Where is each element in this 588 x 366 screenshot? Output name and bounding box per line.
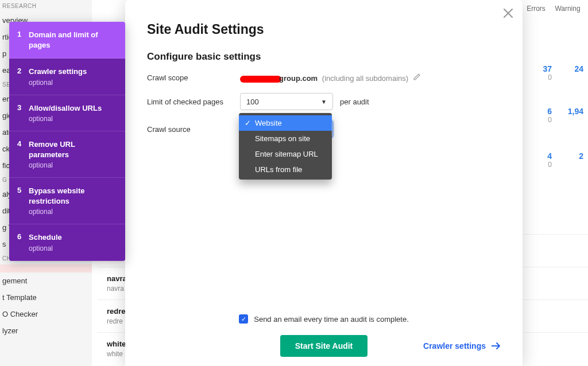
wizard-step-3[interactable]: 3 Allow/disallow URLsoptional: [9, 95, 125, 132]
limit-row: Limit of checked pages 100 ▼ per audit: [147, 93, 501, 110]
wizard-step-4[interactable]: 4 Remove URL parametersoptional: [9, 131, 125, 178]
crawl-source-label: Crawl source: [147, 125, 240, 134]
email-notify-row: ✓ Send an email every time an audit is c…: [147, 314, 501, 324]
bg-metrics-row: 370 24: [520, 64, 583, 81]
bg-section-label: RESEARCH: [0, 0, 92, 12]
email-notify-label: Send an email every time an audit is com…: [254, 315, 409, 324]
chevron-down-icon: ▼: [321, 99, 327, 105]
edit-scope-button[interactable]: [413, 74, 421, 83]
bg-nav-item: t Template: [0, 289, 92, 306]
redacted-domain-prefix: [240, 76, 281, 83]
bg-nav-item: [0, 264, 92, 272]
bg-table-headers: Errors Warning: [520, 3, 583, 14]
modal-footer: ✓ Send an email every time an audit is c…: [147, 314, 501, 357]
wizard-step-6[interactable]: 6 Scheduleoptional: [9, 224, 125, 261]
bg-metrics-row: 40 2: [520, 151, 583, 169]
modal-title: Site Audit Settings: [147, 22, 501, 37]
pencil-icon: [413, 73, 421, 81]
bg-nav-item: O Checker: [0, 306, 92, 322]
modal-subtitle: Configure basic settings: [147, 51, 501, 63]
dropdown-option-website[interactable]: Website: [239, 115, 332, 131]
crawl-scope-row: Crawl scope group.com (including all sub…: [147, 73, 501, 83]
wizard-step-5[interactable]: 5 Bypass website restrictionsoptional: [9, 178, 125, 224]
arrow-right-icon: [492, 342, 501, 349]
bg-nav-item: gement: [0, 272, 92, 289]
dropdown-option-enter-sitemap[interactable]: Enter sitemap URL: [239, 146, 332, 162]
dropdown-option-urls-file[interactable]: URLs from file: [239, 162, 332, 177]
per-audit-text: per audit: [340, 98, 369, 106]
wizard-step-1[interactable]: 1 Domain and limit of pages: [9, 22, 125, 59]
crawl-scope-value: group.com (including all subdomains): [240, 73, 421, 83]
limit-label: Limit of checked pages: [147, 98, 240, 106]
email-notify-checkbox[interactable]: ✓: [239, 314, 248, 324]
start-site-audit-button[interactable]: Start Site Audit: [280, 335, 368, 357]
crawl-source-dropdown: Website Sitemaps on site Enter sitemap U…: [239, 113, 332, 180]
bg-nav-item: lyzer: [0, 322, 92, 339]
crawl-scope-label: Crawl scope: [147, 73, 240, 82]
limit-select[interactable]: 100 ▼: [240, 93, 333, 110]
wizard-step-2[interactable]: 2 Crawler settingsoptional: [9, 59, 125, 95]
close-icon: [503, 8, 513, 18]
close-button[interactable]: [503, 8, 513, 21]
crawler-settings-link[interactable]: Crawler settings: [423, 341, 501, 351]
site-audit-settings-modal: Site Audit Settings Configure basic sett…: [125, 0, 523, 366]
dropdown-option-sitemaps[interactable]: Sitemaps on site: [239, 131, 332, 146]
wizard-steps: 1 Domain and limit of pages 2 Crawler se…: [9, 22, 125, 261]
bg-metrics-row: 60 1,94: [520, 107, 583, 124]
